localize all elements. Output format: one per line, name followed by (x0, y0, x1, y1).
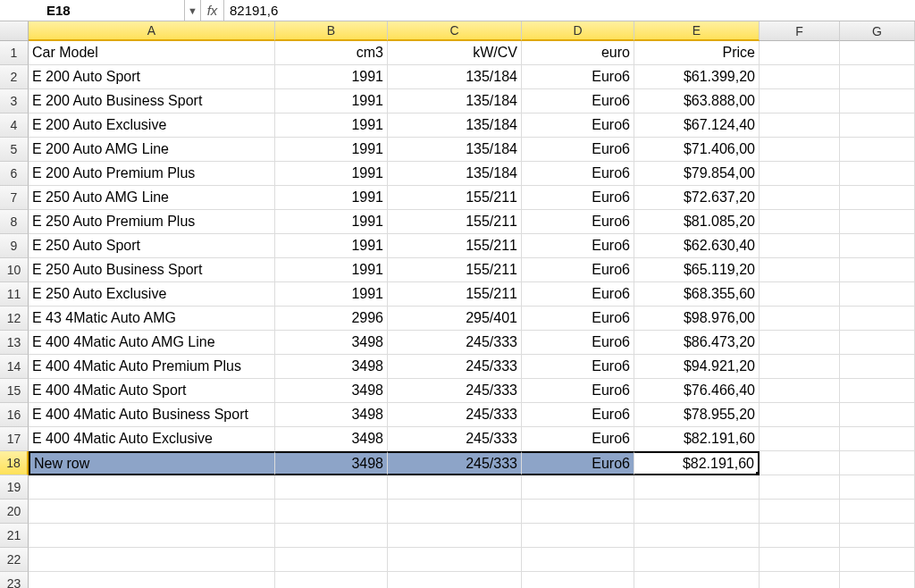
column-header[interactable]: C (388, 21, 522, 41)
cell[interactable] (840, 210, 915, 234)
cell[interactable] (760, 282, 840, 307)
cell[interactable] (760, 65, 840, 89)
cell[interactable]: $78.955,20 (634, 403, 760, 427)
column-header[interactable]: D (522, 21, 634, 41)
select-all-corner[interactable] (0, 21, 29, 41)
cell[interactable]: 1991 (275, 89, 388, 113)
cell[interactable] (760, 572, 840, 588)
cell[interactable] (760, 500, 840, 524)
cell[interactable]: $62.630,40 (634, 234, 760, 258)
cell[interactable]: Euro6 (522, 113, 634, 138)
cell[interactable]: Euro6 (522, 162, 634, 186)
row-header[interactable]: 9 (0, 234, 29, 258)
cell[interactable] (760, 475, 840, 500)
cell[interactable]: Euro6 (522, 282, 634, 307)
cell[interactable]: 155/211 (388, 258, 522, 282)
cell[interactable] (840, 572, 915, 588)
cell[interactable]: 155/211 (388, 234, 522, 258)
cell[interactable] (634, 500, 760, 524)
cell[interactable] (760, 524, 840, 548)
cell[interactable]: $68.355,60 (634, 282, 760, 307)
cell[interactable] (840, 258, 915, 282)
cell[interactable] (760, 89, 840, 113)
cell[interactable]: 155/211 (388, 282, 522, 307)
cell[interactable]: $94.921,20 (634, 355, 760, 379)
cell[interactable] (275, 475, 388, 500)
cell[interactable]: 3498 (275, 331, 388, 355)
cell[interactable]: 1991 (275, 210, 388, 234)
cell[interactable] (840, 234, 915, 258)
row-header[interactable]: 15 (0, 379, 29, 403)
cell[interactable] (522, 548, 634, 572)
cell[interactable]: E 250 Auto Business Sport (29, 258, 275, 282)
cell[interactable]: E 400 4Matic Auto Exclusive (29, 427, 275, 451)
cell[interactable]: $67.124,40 (634, 113, 760, 138)
row-header[interactable]: 23 (0, 572, 29, 588)
row-header[interactable]: 22 (0, 548, 29, 572)
cell[interactable] (388, 524, 522, 548)
cell[interactable] (29, 548, 275, 572)
cell[interactable] (760, 210, 840, 234)
cell[interactable] (840, 65, 915, 89)
cell[interactable] (388, 548, 522, 572)
cell[interactable]: E 200 Auto Business Sport (29, 89, 275, 113)
cell[interactable] (760, 113, 840, 138)
cell[interactable]: Euro6 (522, 427, 634, 451)
cell[interactable]: 3498 (275, 403, 388, 427)
cell[interactable] (760, 403, 840, 427)
cell[interactable]: 1991 (275, 234, 388, 258)
row-header[interactable]: 14 (0, 355, 29, 379)
cell[interactable] (840, 331, 915, 355)
cell[interactable] (840, 379, 915, 403)
cell[interactable]: E 400 4Matic Auto Business Sport (29, 403, 275, 427)
cell[interactable]: $65.119,20 (634, 258, 760, 282)
cell[interactable]: Euro6 (522, 355, 634, 379)
cell[interactable] (29, 524, 275, 548)
cell[interactable]: 1991 (275, 113, 388, 138)
spreadsheet-grid[interactable]: ABCDEFG1Car Modelcm3kW/CVeuroPrice2E 200… (0, 21, 915, 588)
cell[interactable]: 3498 (275, 427, 388, 451)
cell[interactable] (760, 379, 840, 403)
cell[interactable] (840, 186, 915, 210)
cell[interactable] (634, 524, 760, 548)
cell[interactable]: E 200 Auto Sport (29, 65, 275, 89)
cell[interactable]: 245/333 (388, 331, 522, 355)
cell[interactable]: $82.191,60 (634, 427, 760, 451)
cell[interactable]: Euro6 (522, 451, 634, 475)
name-box[interactable]: E18 (46, 0, 184, 21)
formula-input[interactable]: 82191,6 (224, 3, 915, 18)
cell[interactable]: 135/184 (388, 138, 522, 162)
cell[interactable] (275, 572, 388, 588)
row-header[interactable]: 19 (0, 475, 29, 500)
cell[interactable]: euro (522, 41, 634, 65)
cell[interactable] (840, 89, 915, 113)
cell[interactable]: 1991 (275, 138, 388, 162)
cell[interactable]: $98.976,00 (634, 307, 760, 331)
cell[interactable]: Euro6 (522, 210, 634, 234)
column-header[interactable]: G (840, 21, 915, 41)
cell[interactable]: 1991 (275, 258, 388, 282)
cell[interactable] (760, 427, 840, 451)
cell[interactable]: Euro6 (522, 65, 634, 89)
cell[interactable]: Euro6 (522, 331, 634, 355)
name-box-wrap[interactable]: E18 ▼ (0, 0, 201, 21)
cell[interactable]: 1991 (275, 65, 388, 89)
cell[interactable] (522, 572, 634, 588)
cell[interactable] (275, 548, 388, 572)
cell[interactable]: Euro6 (522, 234, 634, 258)
cell[interactable]: $82.191,60 (634, 451, 760, 475)
cell[interactable]: $61.399,20 (634, 65, 760, 89)
cell[interactable] (29, 572, 275, 588)
row-header[interactable]: 3 (0, 89, 29, 113)
row-header[interactable]: 20 (0, 500, 29, 524)
cell[interactable] (840, 427, 915, 451)
cell[interactable]: 295/401 (388, 307, 522, 331)
cell[interactable] (29, 475, 275, 500)
cell[interactable] (760, 162, 840, 186)
fill-handle[interactable] (755, 471, 760, 475)
row-header[interactable]: 7 (0, 186, 29, 210)
cell[interactable] (840, 548, 915, 572)
cell[interactable]: $81.085,20 (634, 210, 760, 234)
row-header[interactable]: 5 (0, 138, 29, 162)
cell[interactable] (634, 548, 760, 572)
